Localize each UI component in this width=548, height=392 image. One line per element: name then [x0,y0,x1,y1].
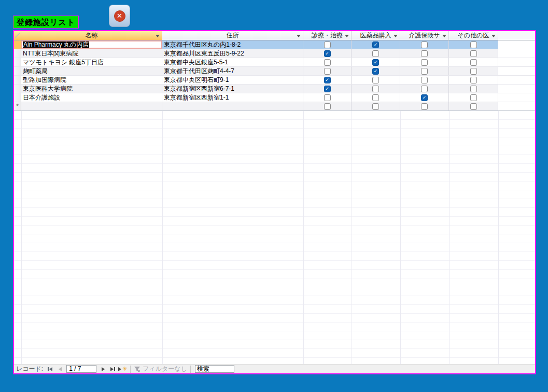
medical-treatment-checkbox[interactable] [324,41,331,48]
medical-treatment-checkbox[interactable] [324,59,331,66]
cell-medical-treatment[interactable] [303,102,352,110]
cell-address[interactable]: 東京都新宿区西新宿1-1 [162,93,303,102]
table-row[interactable]: 麹町薬局東京都千代田区麹町4-4-7 [14,67,535,76]
table-row[interactable]: マツモトキヨシ 銀座5丁目店東京都中央区銀座5-5-1 [14,58,535,67]
cell-care-insurance[interactable] [400,102,449,110]
column-header-other-medical[interactable]: その他の医 [449,31,498,40]
cell-other-medical[interactable] [449,58,498,66]
care-insurance-checkbox[interactable] [421,41,428,48]
medicine-purchase-checkbox[interactable] [372,94,379,101]
table-row[interactable]: 日本介護施設東京都新宿区西新宿1-1 [14,93,535,102]
other-medical-checkbox[interactable] [470,68,477,75]
other-medical-checkbox[interactable] [470,59,477,66]
row-selector[interactable] [14,49,21,58]
cell-name[interactable]: 麹町薬局 [21,67,162,75]
other-medical-checkbox[interactable] [470,77,477,83]
cell-medicine-purchase[interactable] [352,85,400,93]
cell-medical-treatment[interactable] [303,49,352,58]
medical-treatment-checkbox[interactable] [324,68,331,75]
column-header-medical-treatment[interactable]: 診療・治療 [303,31,352,40]
row-selector[interactable] [14,85,21,93]
row-selector[interactable] [14,76,21,84]
cell-medicine-purchase[interactable] [352,76,400,84]
new-record-button[interactable]: ✳ [118,366,127,373]
medical-treatment-checkbox[interactable] [324,103,331,110]
previous-record-button[interactable] [55,366,64,373]
cell-address[interactable]: 東京都新宿区西新宿6-7-1 [162,85,303,93]
column-header-care-insurance[interactable]: 介護保険サ [400,31,449,40]
care-insurance-checkbox[interactable] [421,103,428,110]
medicine-purchase-checkbox[interactable] [372,50,379,57]
cell-address[interactable]: 東京都中央区明石町9-1 [162,76,303,84]
cell-name[interactable]: マツモトキヨシ 銀座5丁目店 [21,58,162,66]
cell-other-medical[interactable] [449,67,498,75]
cell-care-insurance[interactable] [400,85,449,93]
medicine-purchase-checkbox[interactable] [372,77,379,83]
cell-care-insurance[interactable] [400,49,449,58]
cell-address[interactable]: 東京都中央区銀座5-5-1 [162,58,303,66]
last-record-button[interactable] [108,366,117,373]
select-all-corner[interactable] [14,31,21,40]
column-header-medicine-purchase[interactable]: 医薬品購入 [352,31,400,40]
other-medical-checkbox[interactable] [470,41,477,48]
new-record-row[interactable]: * [14,102,535,111]
row-selector[interactable] [14,58,21,66]
other-medical-checkbox[interactable] [470,103,477,110]
care-insurance-checkbox[interactable] [421,59,428,66]
cell-care-insurance[interactable] [400,76,449,84]
cell-other-medical[interactable] [449,49,498,58]
table-row[interactable]: Ain Pharmacy 丸の内店東京都千代田区丸の内1-8-2 [14,40,535,49]
cell-name[interactable]: 聖路加国際病院 [21,76,162,84]
care-insurance-checkbox[interactable] [421,50,428,57]
cell-medicine-purchase[interactable] [352,58,400,66]
chevron-down-icon[interactable] [156,35,160,37]
medicine-purchase-checkbox[interactable] [372,68,379,75]
search-input[interactable] [195,365,234,373]
row-selector[interactable] [14,67,21,75]
cell-care-insurance[interactable] [400,40,449,49]
medicine-purchase-checkbox[interactable] [372,41,379,48]
table-row[interactable]: NTT東日本関東病院東京都品川区東五反田5-9-22 [14,49,535,58]
chevron-down-icon[interactable] [297,35,301,37]
care-insurance-checkbox[interactable] [421,94,428,101]
medical-treatment-checkbox[interactable] [324,86,331,92]
cell-care-insurance[interactable] [400,67,449,75]
chevron-down-icon[interactable] [491,35,496,37]
cell-address[interactable]: 東京都品川区東五反田5-9-22 [162,49,303,58]
cell-address[interactable] [162,102,303,110]
chevron-down-icon[interactable] [394,35,398,37]
cell-medicine-purchase[interactable] [352,102,400,110]
cell-other-medical[interactable] [449,40,498,49]
column-header-name[interactable]: 名称 [21,31,162,40]
first-record-button[interactable] [46,366,54,373]
cell-medical-treatment[interactable] [303,67,352,75]
cell-care-insurance[interactable] [400,93,449,102]
medical-treatment-checkbox[interactable] [324,94,331,101]
cell-name[interactable]: 日本介護施設 [21,93,162,102]
table-row[interactable]: 東京医科大学病院東京都新宿区西新宿6-7-1 [14,85,535,93]
cell-other-medical[interactable] [449,76,498,84]
column-header-address[interactable]: 住所 [162,31,303,40]
cell-address[interactable]: 東京都千代田区丸の内1-8-2 [162,40,303,49]
care-insurance-checkbox[interactable] [421,86,428,92]
cell-address[interactable]: 東京都千代田区麹町4-4-7 [162,67,303,75]
medicine-purchase-checkbox[interactable] [372,103,379,110]
medical-treatment-checkbox[interactable] [324,77,331,83]
cell-name[interactable] [21,102,162,110]
cell-medical-treatment[interactable] [303,40,352,49]
medicine-purchase-checkbox[interactable] [372,59,379,66]
table-row[interactable]: 聖路加国際病院東京都中央区明石町9-1 [14,76,535,85]
cell-other-medical[interactable] [449,93,498,102]
care-insurance-checkbox[interactable] [421,68,428,75]
cell-care-insurance[interactable] [400,58,449,66]
row-selector[interactable] [14,93,21,102]
close-form-button[interactable]: ✕ [109,5,130,27]
row-selector[interactable]: * [14,102,21,110]
cell-other-medical[interactable] [449,85,498,93]
next-record-button[interactable] [99,366,107,373]
filter-status[interactable]: フィルターなし [134,365,187,373]
other-medical-checkbox[interactable] [470,86,477,92]
cell-other-medical[interactable] [449,102,498,110]
other-medical-checkbox[interactable] [470,94,477,101]
chevron-down-icon[interactable] [345,35,349,37]
